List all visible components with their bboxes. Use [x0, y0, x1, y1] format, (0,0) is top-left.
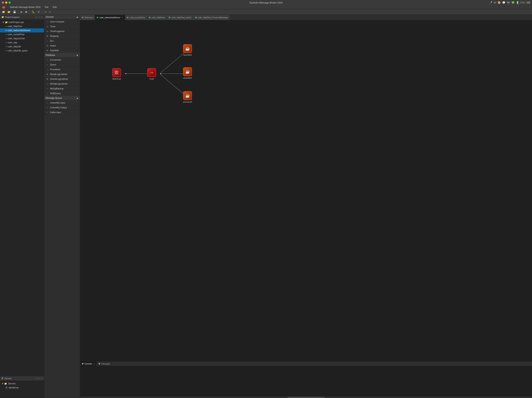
- palette-item-connection[interactable]: ▪ Connection: [44, 58, 80, 62]
- keyboard-icon: ⌨: [526, 1, 530, 4]
- node-websock[interactable]: 🕸 WebSock: [112, 68, 121, 80]
- window-title: Sashulin Message Broker 2024: [249, 1, 283, 4]
- servers-close-icon[interactable]: ×: [41, 377, 43, 380]
- tab-close-websocketserver[interactable]: ×: [121, 16, 123, 19]
- node-box-closeweb: ☕: [183, 67, 192, 76]
- palette-section-database[interactable]: Database ▲: [44, 53, 80, 58]
- devserver-item[interactable]: 🗄 devServer: [0, 386, 44, 390]
- tab-label-socketflow: csdn_socketFlow: [130, 16, 145, 19]
- maximize-button[interactable]: [8, 1, 11, 4]
- palette-item-mysqlloglistener[interactable]: ◈ MysqlLogListener: [44, 72, 80, 77]
- palette-item-query[interactable]: ▪ Query: [44, 62, 80, 67]
- toolbar-back[interactable]: ↩: [48, 10, 52, 14]
- tab-welcome[interactable]: Welcome: [80, 15, 95, 20]
- minimize-button[interactable]: [5, 1, 7, 4]
- palette-item-procedure[interactable]: ▪ Procedure: [44, 67, 80, 72]
- node-label-route: route: [149, 78, 154, 80]
- toolbar-debug[interactable]: 🐛: [31, 10, 36, 14]
- palette-item-sayhello[interactable]: ◈ SayHello: [44, 48, 80, 53]
- servers-tree: ▼ 📁 Servers 🗄 devServer: [0, 381, 44, 398]
- palette-item-ddbquery[interactable]: ▪ DDBQuery: [44, 91, 80, 96]
- palette-item-dll[interactable]: ▪ DLL: [44, 39, 80, 43]
- titlebar: Sashulin Message Broker 2024 🎤 W 🎨 💬 📷 💚…: [0, 0, 532, 5]
- tab-httpflow-action[interactable]: csdn_HttpFlow_action: [167, 15, 193, 20]
- toolbar-open[interactable]: 📂: [7, 10, 11, 14]
- palette-item-async[interactable]: ◎ Async: [44, 43, 80, 48]
- palette-item-label: Kafka input: [50, 111, 61, 114]
- toolbar-save[interactable]: 💾: [12, 10, 17, 14]
- file-menu[interactable]: File: [44, 6, 49, 8]
- tree-item-root[interactable]: ▼ 📁 csdnProject.epr: [0, 20, 44, 24]
- panel-minimize-icon[interactable]: ▭: [36, 16, 38, 19]
- websock-icon: 🕸: [115, 70, 119, 75]
- palette-item-mapping[interactable]: ⇄ Mapping: [44, 34, 80, 39]
- palette-item-kafka-input[interactable]: ▪ Kafka input: [44, 110, 80, 115]
- devserver-label: devServer: [9, 386, 19, 389]
- tree-item-label: csdn_udp: [7, 41, 17, 44]
- palette-item-label: DLL: [50, 40, 54, 42]
- app-menu[interactable]: Sashulin Message Broker 2024: [9, 6, 41, 8]
- toolbar-forward[interactable]: ⇥: [44, 10, 47, 14]
- tree-item-socketflow[interactable]: ✦ csdn_socketFlow: [0, 33, 44, 37]
- tree-item-http2db[interactable]: ✦ csdn_http2db: [0, 45, 44, 49]
- palette-item-mssqlloglistener[interactable]: ▪ MsSqlLogListener: [44, 81, 80, 86]
- tab-indicator-httpflow-action: [169, 17, 170, 18]
- palette-item-timer[interactable]: ◷ Timer: [44, 24, 80, 29]
- tab-indicator-httpflow-pm: [195, 17, 197, 18]
- procedure-icon: ▪: [46, 68, 49, 71]
- async-icon: ◎: [46, 44, 49, 47]
- close-button[interactable]: [2, 1, 4, 4]
- toolbar: 📁 📂 💾 ▶ ⏹ 🐛 ⚙ ⇥ ↩: [0, 9, 532, 15]
- palette-item-activemq-output[interactable]: ▪ ActiveMQ Output: [44, 105, 80, 110]
- servers-folder[interactable]: ▼ 📁 Servers: [0, 382, 44, 386]
- node-openweb[interactable]: ☕ openWeb: [183, 44, 192, 56]
- palette-item-timefragment[interactable]: ◷ TimeFragment: [44, 29, 80, 34]
- palette-item-oracleloglistener[interactable]: ◈ OracleLogListener: [44, 77, 80, 81]
- mssqllog-icon: ▪: [46, 83, 49, 85]
- servers-maximize-icon[interactable]: □: [39, 377, 40, 380]
- tree-item-http2socket[interactable]: ✦ csdn_http2socket: [0, 37, 44, 40]
- openweb-icon: ☕: [185, 46, 190, 51]
- node-processw[interactable]: ☕ processW: [183, 91, 192, 103]
- palette-section-general[interactable]: General ▲: [44, 15, 80, 19]
- tab-websocketserver[interactable]: csdn_websocketServer ×: [95, 15, 125, 20]
- servers-minimize-icon[interactable]: ▭: [36, 377, 38, 380]
- tab-indicator-websocketserver: [97, 17, 98, 18]
- node-route[interactable]: ⇒ route: [147, 68, 156, 80]
- toolbar-run[interactable]: ▶: [20, 10, 23, 14]
- tab-httpflow-processmessage[interactable]: csdn_HttpFlow_ProcessMessage: [193, 15, 230, 20]
- tree-item-udp[interactable]: ✦ csdn_udp: [0, 40, 44, 45]
- palette-item-label: SayHello: [50, 49, 59, 52]
- flow-icon: ✦: [5, 25, 7, 28]
- tree-item-httpflow[interactable]: ✦ csdn_HttpFlow: [0, 24, 44, 28]
- tree-item-http2db-query[interactable]: ✦ csdn_http2db_query: [0, 49, 44, 53]
- bottom-tabs: Console × Debugger: [80, 361, 532, 366]
- palette-item-activemq-input[interactable]: ▪ ActiveMQ Input: [44, 100, 80, 105]
- console-tab-close[interactable]: ×: [93, 363, 95, 365]
- panel-close-icon[interactable]: ×: [41, 16, 43, 19]
- dll-icon: ▪: [46, 40, 49, 42]
- toolbar-stop[interactable]: ⏹: [24, 10, 28, 14]
- timer-icon: ◷: [46, 25, 49, 28]
- java-compute-icon: ▪: [46, 20, 49, 23]
- edit-menu[interactable]: Edit: [52, 6, 57, 8]
- bottom-scrollbar[interactable]: [80, 397, 532, 398]
- tab-httpflow[interactable]: csdn_HttpFlow: [147, 15, 167, 20]
- tab-console[interactable]: Console ×: [80, 361, 97, 366]
- tree-item-websocketserver[interactable]: ✦ csdn_websocketServer: [0, 28, 44, 33]
- palette-item-mysqlbackup[interactable]: ▪ MySqlBackup: [44, 86, 80, 91]
- tab-debugger[interactable]: Debugger: [97, 361, 112, 366]
- tab-socketflow[interactable]: csdn_socketFlow: [125, 15, 147, 20]
- toolbar-settings[interactable]: ⚙: [37, 10, 41, 14]
- tree-item-label: csdn_socketFlow: [7, 33, 25, 36]
- servers-title-area: 🗄 Servers: [1, 377, 12, 379]
- panel-maximize-icon[interactable]: □: [39, 16, 40, 19]
- apple-menu[interactable]: 🍎: [1, 6, 6, 9]
- palette-item-java-compute[interactable]: ▪ Java Compute: [44, 19, 80, 24]
- flow-canvas[interactable]: 🕸 WebSock ⇒ route ☕ openWeb: [80, 20, 532, 361]
- toolbar-new[interactable]: 📁: [1, 10, 6, 14]
- node-closeweb[interactable]: ☕ closeWeb: [183, 67, 192, 79]
- tab-label-websocketserver: csdn_websocketServer: [99, 16, 120, 19]
- chat-icon: 💬: [502, 1, 505, 4]
- palette-section-msgqueue[interactable]: Message Queue ▲: [44, 96, 80, 100]
